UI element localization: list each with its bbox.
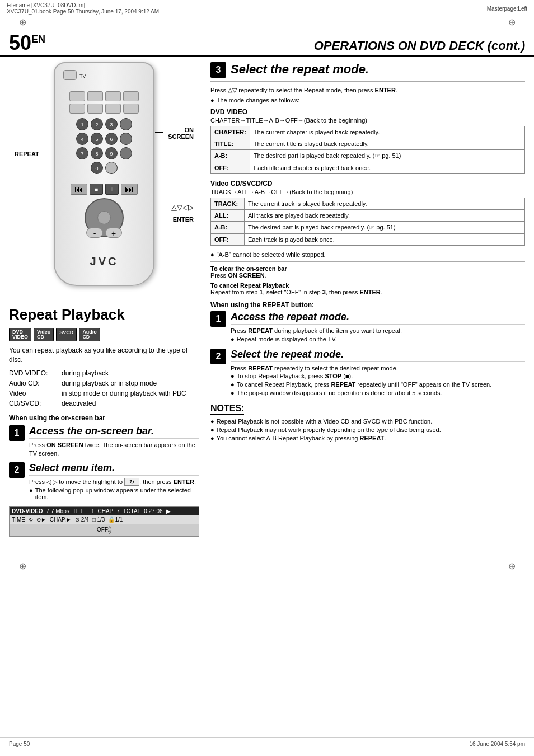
table-row: A-B: The desired part is played back rep… [211,222,525,234]
page-header: Filename [XVC37U_08DVD.fm] XVC37U_01.boo… [0,0,534,16]
step2r-num: 2 [210,349,226,364]
btn-num-7: 7 [76,147,88,159]
right-column: 3 Select the repeat mode. Press △▽ repea… [210,62,525,541]
step2-body: Press ◁ ▷ to move the highlight to ↻, th… [29,478,199,486]
step1r-num: 1 [210,311,226,327]
step1r-body: Press REPEAT during playback of the item… [231,327,525,335]
btn-num-9: 9 [105,147,118,159]
note-1: ● Repeat Playback may not work properly … [210,426,525,433]
btn-stop: ■ [90,184,103,195]
step2r-body: Press REPEAT repeatedly to select the de… [231,364,525,373]
dvd-key-2: A-B: [211,150,250,162]
onscreen-bottom-row: TIME ↻ ⊙► CHAP.► ⊙ 2/4 □ 1/3 🔒1/1 [10,515,199,524]
bottom-buttons: - + [60,228,148,240]
notes-box: NOTES: ● Repeat Playback is not possible… [210,403,525,442]
btn-num-6: 6 [105,133,118,145]
video-cd-chain: TRACK→ALL→A-B→OFF→(Back to the beginning… [210,189,525,195]
step1-title: Access the on-screen bar. [29,425,199,439]
note-2: ● You cannot select A-B Repeat Playback … [210,435,525,442]
btn-plus: + [105,228,122,238]
note-0: ● Repeat Playback is not possible with a… [210,418,525,425]
btn-num-right3 [120,147,132,159]
btn-num-right2 [120,133,132,145]
main-content: TV [0,57,534,547]
crosshair-bottom-left [17,561,28,572]
step2-num: 2 [9,462,25,478]
vid-key-0: TRACK: [211,198,245,210]
vid-val-3: Each track is played back once. [245,234,525,246]
notes-title: NOTES: [210,403,244,415]
remote-body: TV [54,62,154,286]
remote-mid-buttons: 1 2 3 4 5 6 7 8 9 [60,91,148,176]
onscreen-top-row: DVD-VIDEO 7.7 Mbps TITLE 1 CHAP 7 TOTAL … [10,507,199,515]
mode-item-dvd: DVD VIDEO: during playback [9,368,199,378]
tv-label: TV [79,70,86,82]
enter-arrow-line [155,219,163,219]
step2r-content: Select the repeat mode. Press REPEAT rep… [231,349,525,398]
operations-title: OPERATIONS ON DVD DECK (cont.) [314,39,525,53]
dvd-val-2: The desired part is played back repeated… [250,150,524,162]
page-footer: Page 50 16 June 2004 5:54 pm [0,737,534,750]
crosshair-top-left [17,16,28,27]
step2r-box: 2 Select the repeat mode. Press REPEAT r… [210,349,525,398]
crosshair-top-right [506,16,517,27]
page-title-row: 50EN OPERATIONS ON DVD DECK (cont.) [0,27,534,57]
video-cd-label: Video CD/SVCD/CD [210,180,525,187]
btn-num-0: 0 [91,162,103,174]
left-column: TV [9,62,199,541]
table-row: TRACK: The current track is played back … [211,198,525,210]
masterpage: Masterpage:Left [487,6,527,12]
dvd-val-0: The current chapter is played back repea… [250,126,524,138]
remote-repeat-label: REPEAT [15,151,39,157]
step1r-content: Access the repeat mode. Press REPEAT dur… [231,311,525,344]
table-row: CHAPTER: The current chapter is played b… [211,126,525,138]
onscreen-label: ON SCREEN [168,126,194,140]
step1-num: 1 [9,425,25,441]
header-left: Filename [XVC37U_08DVD.fm] XVC37U_01.boo… [7,2,159,15]
table-row: OFF: Each title and chapter is played ba… [211,162,525,174]
when-onscreen-header: When using the on-screen bar [9,414,199,422]
footer-right: 16 June 2004 5:54 pm [469,741,525,747]
btn-extra [105,162,118,174]
dvd-video-label: DVD VIDEO [210,108,525,116]
remote-btn-7 [105,104,121,114]
step3-num: 3 [210,62,226,78]
dvd-video-chain: CHAPTER→TITLE→A-B→OFF→(Back to the begin… [210,117,525,124]
filename: Filename [XVC37U_08DVD.fm] [7,2,159,8]
step3-body: Press △▽ repeatedly to select the Repeat… [210,86,525,95]
dvd-key-3: OFF: [211,162,250,174]
vid-key-2: A-B: [211,222,245,234]
badge-video-cd: Video CD [34,328,54,341]
step1r-box: 1 Access the repeat mode. Press REPEAT d… [210,311,525,344]
page-number: 50EN [9,33,45,53]
onscreen-bar: DVD-VIDEO 7.7 Mbps TITLE 1 CHAP 7 TOTAL … [9,506,199,537]
btn-pause: ⏸ [105,184,119,195]
step2r-bullet-2: ● The pop-up window disappears if no ope… [231,389,525,396]
step1r-bullet: ● Repeat mode is displayed on the TV. [231,336,525,342]
remote-btn-tv [63,70,77,80]
table-row: ALL: All tracks are played back repeated… [211,210,525,222]
dvd-val-1: The current title is played back repeate… [250,138,524,150]
video-repeat-table: TRACK: The current track is played back … [210,198,525,246]
section-title: Repeat Playback [9,306,199,323]
when-repeat-header: When using the REPEAT button: [210,301,525,309]
dvd-val-3: Each title and chapter is played back on… [250,162,524,174]
btn-num-3: 3 [105,118,118,130]
footer-left: Page 50 [9,741,30,747]
table-row: OFF: Each track is played back once. [211,234,525,246]
step1r-title: Access the repeat mode. [231,311,525,325]
btn-next: ⏭ [121,184,138,195]
jvc-logo: JVC [90,255,119,268]
remote-btn-2 [87,91,103,101]
remote-top-buttons: TV [63,70,86,82]
step3-bullet1: ● The mode changes as follows: [210,97,525,104]
btn-num-1: 1 [76,118,88,130]
badge-audio-cd: Audio CD [79,328,100,341]
disc-badges: DVD VIDEO Video CD SVCD Audio CD [9,328,199,341]
dvd-key-0: CHAPTER: [211,126,250,138]
btn-num-8: 8 [91,147,103,159]
direction-indicators: △▽◁▷ [171,203,194,212]
step2r-bullet-0: ● To stop Repeat Playback, press STOP (■… [231,373,525,379]
remote-btn-8 [123,104,139,114]
vid-val-2: The desired part is played back repeated… [245,222,525,234]
